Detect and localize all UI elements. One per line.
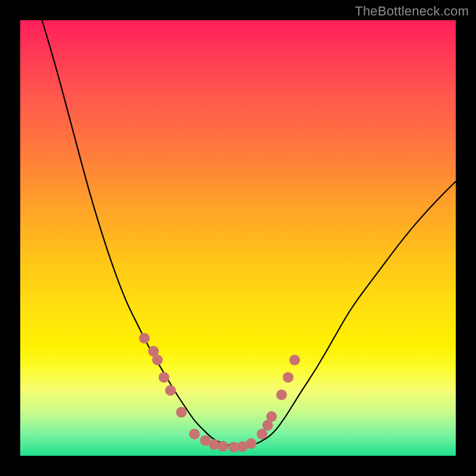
curve-marker [289, 355, 300, 365]
marker-group [139, 333, 300, 452]
curve-marker [152, 355, 163, 365]
curve-marker [176, 407, 187, 418]
bottleneck-curve [42, 20, 456, 447]
curve-marker [283, 372, 293, 383]
curve-marker [246, 439, 256, 449]
curve-marker [189, 428, 200, 439]
curve-marker [139, 333, 150, 343]
chart-frame: TheBottleneck.com [0, 0, 476, 476]
curve-svg [20, 20, 456, 456]
curve-marker [159, 372, 170, 383]
plot-area [20, 20, 456, 456]
watermark-text: TheBottleneck.com [355, 4, 469, 19]
curve-marker [276, 390, 287, 400]
curve-marker [266, 411, 277, 422]
curve-marker [165, 385, 176, 396]
curve-marker [217, 441, 228, 452]
